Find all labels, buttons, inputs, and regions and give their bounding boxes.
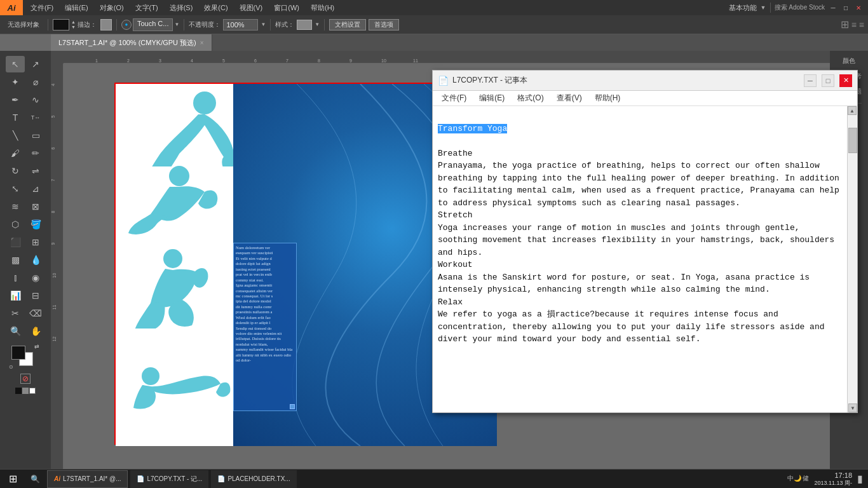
sep3 — [184, 19, 184, 30]
notepad-titlebar: 📄 L7COPY.TXT - 记事本 ─ □ ✕ — [433, 71, 857, 91]
close-button[interactable]: ✕ — [854, 3, 863, 12]
tool-row-11: ⬛ ⊞ — [6, 234, 45, 250]
opacity-input[interactable] — [223, 19, 258, 30]
scroll-thumb[interactable] — [848, 128, 857, 153]
notepad-maximize-button[interactable]: □ — [822, 74, 834, 87]
doc-settings-button[interactable]: 文档设置 — [329, 19, 366, 30]
lasso-tool[interactable]: ⌀ — [26, 74, 45, 90]
active-tab[interactable]: L7START_1.AI* @ 100% (CMYK/GPU 预选) × — [51, 34, 212, 51]
taskbar-ai-label: L7START_1.AI* @... — [63, 475, 121, 482]
mesh-tool[interactable]: ⊞ — [26, 234, 45, 250]
reflect-tool[interactable]: ⇌ — [26, 163, 45, 179]
menu-help[interactable]: 帮助(H) — [306, 2, 339, 14]
shear-tool[interactable]: ⊿ — [26, 180, 45, 197]
zoom-tool[interactable]: 🔍 — [6, 323, 25, 339]
scale-tool[interactable]: ⤡ — [6, 180, 25, 197]
svg-point-3 — [142, 367, 159, 385]
swap-colors-icon[interactable]: ⇄ — [34, 343, 39, 349]
foreground-color[interactable] — [11, 346, 25, 360]
menu-select[interactable]: 选择(S) — [165, 2, 198, 14]
notepad-menu-edit[interactable]: 编辑(E) — [474, 92, 510, 105]
preferences-button[interactable]: 首选项 — [369, 19, 399, 30]
search-stock-label[interactable]: 搜索 Adobe Stock — [775, 3, 825, 12]
style-swatch[interactable] — [297, 20, 312, 30]
paintbrush-tool[interactable]: 🖌 — [6, 145, 25, 161]
rectangle-tool[interactable]: ▭ — [26, 127, 45, 144]
menu-edit[interactable]: 编辑(E) — [60, 2, 93, 14]
gradient-tool[interactable]: ▩ — [6, 252, 25, 268]
menu-text[interactable]: 文字(T) — [130, 2, 163, 14]
notepad-menu-file[interactable]: 文件(F) — [437, 92, 471, 105]
menu-effect[interactable]: 效果(C) — [199, 2, 233, 14]
fill-color-box[interactable] — [100, 19, 112, 30]
warp-tool[interactable]: ≋ — [6, 198, 25, 215]
tab-close-button[interactable]: × — [200, 39, 204, 46]
swatch-black[interactable] — [15, 388, 22, 394]
notepad-text[interactable]: Transform Yoga Breathe Pranayama, the yo… — [433, 106, 847, 412]
symbol-tool[interactable]: ◉ — [26, 269, 45, 286]
menu-window[interactable]: 窗口(W) — [269, 2, 304, 14]
color-panel-tab[interactable]: 颜色 — [841, 55, 857, 67]
slice-tool[interactable]: ✂ — [6, 305, 25, 322]
textbox-handle[interactable] — [290, 404, 295, 409]
none-color-box[interactable]: ⊘ — [20, 374, 31, 384]
swatch-white[interactable] — [29, 388, 36, 394]
taskbar-ai-button[interactable]: Ai L7START_1.AI* @... — [47, 470, 128, 488]
selection-tool[interactable]: ↖ — [6, 56, 25, 72]
tool-row-14: 📊 ⊟ — [6, 287, 45, 304]
notepad-menu-view[interactable]: 查看(V) — [552, 92, 587, 105]
taskbar-notepad-button[interactable]: 📄 L7COPY.TXT - 记... — [130, 470, 208, 488]
start-button[interactable]: ⊞ — [0, 470, 25, 489]
reset-colors-icon[interactable]: ⊙ — [9, 364, 13, 370]
touch-type-tool[interactable]: T↔ — [26, 109, 45, 126]
more-icon[interactable]: ≡ — [859, 20, 864, 30]
pencil-tool[interactable]: ✏ — [26, 145, 45, 161]
magic-wand-tool[interactable]: ✦ — [6, 74, 25, 90]
swatch-gray[interactable] — [22, 388, 29, 394]
menu-object[interactable]: 对象(O) — [95, 2, 129, 14]
live-paint-tool[interactable]: 🪣 — [26, 216, 45, 233]
align-icon[interactable]: ≡ — [851, 20, 857, 30]
notepad-scrollbar[interactable]: ▲ ▼ — [847, 106, 857, 412]
perspective-tool[interactable]: ⬛ — [6, 234, 25, 250]
stroke-color-box[interactable] — [53, 19, 69, 30]
scroll-down-button[interactable]: ▼ — [848, 403, 857, 412]
type-tool[interactable]: T — [6, 109, 25, 126]
notepad-close-button[interactable]: ✕ — [839, 74, 852, 87]
shape-builder-tool[interactable]: ⬡ — [6, 216, 25, 233]
eyedropper-tool[interactable]: 💧 — [26, 252, 45, 268]
maximize-button[interactable]: □ — [841, 3, 850, 12]
direct-selection-tool[interactable]: ↗ — [26, 56, 45, 72]
notepad-minimize-button[interactable]: ─ — [804, 74, 817, 87]
notepad-menu-format[interactable]: 格式(O) — [512, 92, 548, 105]
tool-row-1: ↖ ↗ — [6, 56, 45, 72]
touch-label[interactable]: Touch C... — [133, 18, 173, 31]
grid-icon[interactable]: ⊞ — [841, 18, 849, 30]
touch-dropdown[interactable]: ● Touch C... ▼ — [121, 18, 179, 31]
menu-file[interactable]: 文件(F) — [25, 2, 58, 14]
stroke-arrows[interactable]: ▲ ▼ — [71, 20, 76, 29]
curvature-tool[interactable]: ∿ — [26, 92, 45, 108]
show-desktop-button[interactable]: ▮ — [857, 473, 863, 485]
column-graph-tool[interactable]: 📊 — [6, 287, 25, 304]
minimize-button[interactable]: ─ — [829, 3, 837, 12]
hand-tool[interactable]: ✋ — [26, 323, 45, 339]
scroll-up-button[interactable]: ▲ — [848, 106, 857, 115]
opacity-caret: ▼ — [261, 22, 266, 27]
free-transform-tool[interactable]: ⊠ — [26, 198, 45, 215]
menu-view[interactable]: 视图(V) — [234, 2, 268, 14]
notepad-menu-help[interactable]: 帮助(H) — [590, 92, 626, 105]
rotate-tool[interactable]: ↻ — [6, 163, 25, 179]
search-taskbar-button[interactable]: 🔍 — [25, 470, 44, 489]
eraser-tool[interactable]: ⌫ — [26, 305, 45, 322]
workspace-label[interactable]: 基本功能 — [729, 3, 757, 13]
horizontal-ruler: 1 2 3 4 5 6 7 8 9 10 11 — [64, 51, 830, 64]
artboard-tool[interactable]: ⊟ — [26, 287, 45, 304]
pen-tool[interactable]: ✒ — [6, 92, 25, 108]
taskbar-notepad-label: L7COPY.TXT - 记... — [147, 475, 202, 484]
blend-tool[interactable]: ⫿ — [6, 269, 25, 286]
tool-row-12: ▩ 💧 — [6, 252, 45, 268]
line-tool[interactable]: ╲ — [6, 127, 25, 144]
taskbar-placeholder-button[interactable]: 📄 PLACEHOLDER.TX... — [211, 470, 296, 488]
artboard-textbox[interactable]: Num doloreetum veresequam ver suscipisti… — [233, 243, 297, 411]
